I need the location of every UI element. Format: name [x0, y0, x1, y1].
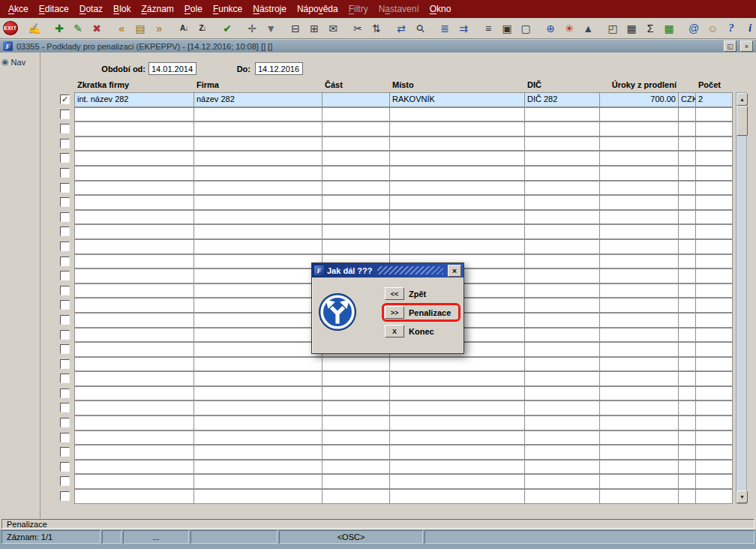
table-cell[interactable]: [74, 357, 194, 372]
user-help-icon[interactable]: ☺: [704, 21, 722, 36]
filter-icon[interactable]: ▼: [262, 21, 280, 36]
table-cell[interactable]: [678, 268, 696, 284]
table-cell[interactable]: [695, 445, 733, 460]
commit-icon[interactable]: ✔: [219, 21, 236, 36]
table-cell[interactable]: int. název 282: [74, 92, 194, 107]
table-cell[interactable]: [678, 166, 696, 181]
table-cell[interactable]: [74, 268, 194, 284]
table-cell[interactable]: [524, 166, 600, 181]
table-cell[interactable]: [74, 107, 194, 122]
table-cell[interactable]: [678, 224, 696, 239]
table-cell[interactable]: [74, 386, 194, 401]
table-cell[interactable]: [695, 313, 733, 328]
menu-item-nastavení[interactable]: Nastavení: [374, 2, 424, 16]
table-cell[interactable]: [74, 122, 194, 136]
table-cell[interactable]: [389, 181, 525, 196]
cut-icon[interactable]: ✂: [350, 21, 367, 36]
sort-desc-icon[interactable]: Z↓: [194, 21, 212, 36]
tools-icon[interactable]: ✛: [244, 21, 261, 36]
table-cell[interactable]: [194, 430, 322, 446]
table-cell[interactable]: [389, 107, 525, 122]
table-cell[interactable]: [599, 342, 679, 357]
table-cell[interactable]: [678, 313, 696, 328]
menu-item-editace[interactable]: Editace: [34, 2, 74, 16]
web-icon[interactable]: @: [686, 21, 703, 36]
row-checkbox[interactable]: [60, 183, 70, 193]
period-to-input[interactable]: [255, 62, 303, 75]
table-cell[interactable]: [389, 489, 525, 504]
table-cell[interactable]: [322, 151, 390, 166]
table-cell[interactable]: [322, 474, 390, 489]
table-cell[interactable]: [599, 416, 679, 430]
calendar-icon[interactable]: ▦: [623, 21, 640, 36]
table-cell[interactable]: [599, 445, 679, 460]
table-cell[interactable]: [194, 107, 322, 122]
table-cell[interactable]: [678, 445, 696, 460]
table-cell[interactable]: [678, 342, 696, 357]
search-icon[interactable]: ⚲: [409, 16, 431, 39]
table-cell[interactable]: [599, 107, 679, 122]
table-cell[interactable]: [695, 239, 733, 254]
table-cell[interactable]: [389, 430, 525, 446]
table-cell[interactable]: [695, 181, 733, 196]
table-cell[interactable]: [389, 416, 525, 430]
catalog-icon[interactable]: ▤: [132, 21, 149, 36]
table-cell[interactable]: [322, 122, 390, 136]
table-cell[interactable]: [194, 224, 322, 239]
table-cell[interactable]: [194, 166, 322, 181]
table-cell[interactable]: [599, 386, 679, 401]
dialog-close-button[interactable]: ×: [448, 265, 461, 277]
table-cell[interactable]: [599, 313, 679, 328]
row-checkbox[interactable]: [60, 359, 70, 369]
table-cell[interactable]: [194, 445, 322, 460]
table-cell[interactable]: [194, 489, 322, 504]
row-checkbox[interactable]: [60, 110, 70, 119]
menu-item-blok[interactable]: Blok: [108, 2, 136, 16]
table-cell[interactable]: [599, 474, 679, 489]
table-cell[interactable]: [695, 328, 733, 343]
table-cell[interactable]: [695, 430, 733, 446]
table-cell[interactable]: [678, 460, 696, 475]
table-cell[interactable]: [695, 474, 733, 489]
table-cell[interactable]: [599, 298, 679, 313]
table-cell[interactable]: [695, 357, 733, 372]
signature-icon[interactable]: ✍: [26, 21, 44, 36]
table-cell[interactable]: [74, 400, 194, 416]
table-cell[interactable]: [322, 239, 390, 254]
table-cell[interactable]: [599, 371, 679, 386]
tree-delete-icon[interactable]: ✖: [88, 21, 106, 36]
table-cell[interactable]: [695, 284, 733, 298]
table-cell[interactable]: [74, 430, 194, 446]
table-cell[interactable]: [389, 239, 525, 254]
table-cell[interactable]: [524, 386, 600, 401]
table-cell[interactable]: [194, 151, 322, 166]
table-cell[interactable]: [678, 298, 696, 313]
mountain-icon[interactable]: ▲: [580, 21, 597, 36]
table-cell[interactable]: [599, 151, 679, 166]
table-cell[interactable]: [599, 122, 679, 136]
table-cell[interactable]: [695, 210, 733, 225]
table-cell[interactable]: [322, 357, 390, 372]
table-cell[interactable]: [389, 400, 525, 416]
menu-item-nástroje[interactable]: Nástroje: [248, 2, 292, 16]
table-cell[interactable]: [389, 166, 525, 181]
table-cell[interactable]: [322, 460, 390, 475]
print-setup-icon[interactable]: ⊞: [306, 21, 323, 36]
table-cell[interactable]: [74, 166, 194, 181]
table-cell[interactable]: [74, 195, 194, 210]
table-cell[interactable]: [74, 254, 194, 269]
table-cell[interactable]: [678, 210, 696, 225]
row-checkbox[interactable]: [60, 418, 70, 428]
table-cell[interactable]: [74, 210, 194, 225]
table-cell[interactable]: [322, 416, 390, 430]
table-cell[interactable]: [524, 474, 600, 489]
sort-asc-icon[interactable]: A↓: [176, 21, 193, 36]
table-cell[interactable]: [678, 107, 696, 122]
row-checkbox[interactable]: [60, 271, 70, 280]
row-checkbox[interactable]: [60, 491, 70, 501]
table-cell[interactable]: [678, 400, 696, 416]
table-cell[interactable]: [695, 166, 733, 181]
table-cell[interactable]: [74, 371, 194, 386]
table-cell[interactable]: [678, 254, 696, 269]
table-cell[interactable]: [74, 416, 194, 430]
